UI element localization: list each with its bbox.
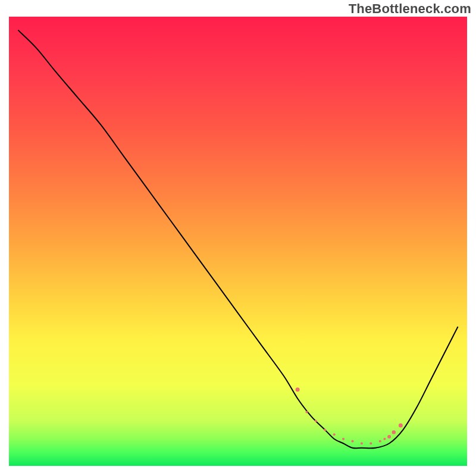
chart-container: TheBottleneck.com bbox=[0, 0, 476, 476]
valley-dot bbox=[379, 440, 381, 442]
valley-dot bbox=[342, 438, 345, 440]
valley-dot bbox=[387, 435, 391, 439]
plot-background bbox=[9, 17, 467, 466]
valley-dot bbox=[315, 420, 317, 422]
valley-dot bbox=[383, 438, 386, 440]
valley-dot bbox=[399, 424, 403, 428]
valley-dot bbox=[392, 430, 396, 434]
watermark-text: TheBottleneck.com bbox=[349, 1, 471, 17]
valley-dot bbox=[306, 411, 308, 413]
valley-dot bbox=[369, 442, 372, 444]
valley-dot bbox=[324, 429, 326, 431]
valley-dot bbox=[352, 440, 354, 442]
chart-svg bbox=[0, 0, 476, 476]
valley-dot bbox=[296, 387, 300, 392]
valley-dot bbox=[333, 433, 336, 436]
valley-dot bbox=[361, 442, 363, 444]
